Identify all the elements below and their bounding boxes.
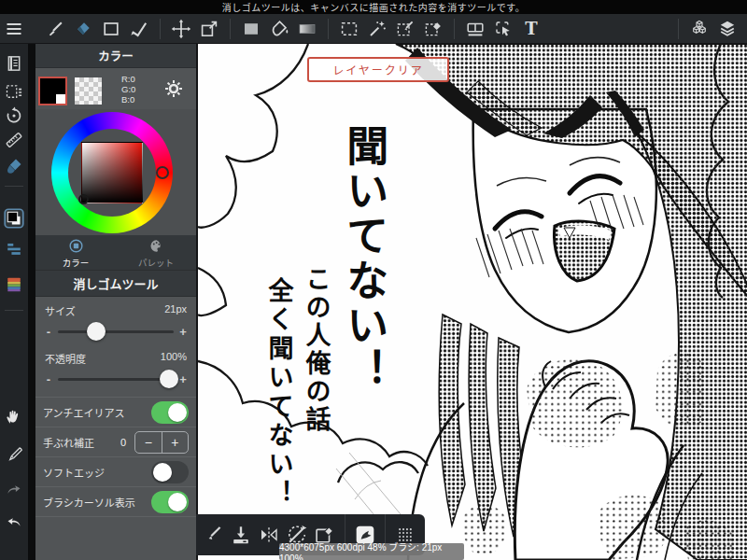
- paint-bucket-icon: [268, 18, 290, 40]
- undo-button-rail[interactable]: [2, 510, 26, 534]
- size-label: サイズ: [45, 303, 76, 318]
- color-settings-button[interactable]: [162, 77, 185, 100]
- rgb-b: B:0: [121, 94, 135, 105]
- text-tool-button[interactable]: T: [517, 16, 545, 42]
- save-button[interactable]: [227, 521, 255, 549]
- panel-divide-tool-button[interactable]: [461, 16, 489, 42]
- hint-bar: 消しゴムツールは、キャンバスに描画された内容を消すツールです。: [0, 0, 747, 14]
- toolbar-divider: [328, 19, 329, 39]
- layer-clear-button[interactable]: レイヤークリア: [307, 57, 449, 82]
- menu-button[interactable]: [0, 16, 28, 42]
- selection-layout-button[interactable]: [2, 79, 26, 104]
- opacity-slider-thumb[interactable]: [160, 370, 178, 388]
- toolbar-divider: [230, 19, 231, 39]
- material-button[interactable]: [685, 16, 713, 42]
- opacity-slider-track[interactable]: [58, 370, 174, 388]
- tab-color[interactable]: カラー: [35, 235, 116, 270]
- brush-cursor-toggle[interactable]: [151, 491, 189, 513]
- toggle-knob: [153, 463, 172, 482]
- pages-button[interactable]: [2, 51, 26, 76]
- eyedropper-pen-button[interactable]: [2, 441, 26, 466]
- size-slider[interactable]: - +: [35, 318, 196, 344]
- move-icon: [170, 18, 192, 40]
- toggle-knob: [168, 403, 187, 422]
- eraser-tool-button[interactable]: [69, 16, 97, 42]
- material-brush-button[interactable]: [2, 154, 26, 178]
- ruler-button[interactable]: [2, 128, 26, 152]
- layers-button[interactable]: [713, 16, 741, 42]
- pen-button[interactable]: [199, 521, 227, 549]
- eraser-icon: [72, 18, 94, 40]
- filled-square-icon: [240, 18, 262, 40]
- current-color-button[interactable]: [2, 206, 26, 231]
- shape-tool-button[interactable]: [97, 16, 125, 42]
- sidebar-divider: [5, 186, 23, 187]
- antialias-toggle[interactable]: [151, 401, 189, 424]
- transform-tool-button[interactable]: [195, 16, 223, 42]
- selection-pen-icon: [394, 18, 416, 40]
- hand-tool-button[interactable]: [2, 404, 26, 428]
- toolbar-divider: [678, 19, 679, 39]
- select-eraser-tool-button[interactable]: [419, 16, 447, 42]
- soft-edge-toggle[interactable]: [151, 461, 189, 483]
- brush-cursor-row: ブラシカーソル表示: [35, 486, 196, 516]
- stabilization-value: 0: [120, 437, 126, 448]
- bucket-tool-button[interactable]: [265, 16, 293, 42]
- brush-cursor-label: ブラシカーソル表示: [43, 495, 151, 510]
- size-plus-label: +: [177, 325, 189, 339]
- gradient-tool-button[interactable]: [293, 16, 321, 42]
- main-toolbar: T: [0, 14, 747, 44]
- size-slider-track[interactable]: [58, 322, 174, 341]
- soft-edge-row: ソフトエッジ: [35, 456, 196, 486]
- soft-edge-label: ソフトエッジ: [43, 465, 151, 480]
- hint-text: 消しゴムツールは、キャンバスに描画された内容を消すツールです。: [222, 0, 526, 14]
- selection-rect-icon: [338, 18, 360, 40]
- antialias-label: アンチエイリアス: [43, 405, 151, 420]
- operation-select-tool-button[interactable]: [489, 16, 517, 42]
- material-brush-icon: [4, 156, 24, 176]
- saturation-value-square[interactable]: [81, 142, 143, 203]
- antialias-row: アンチエイリアス: [35, 397, 196, 427]
- redo-button-rail[interactable]: [2, 477, 26, 501]
- polyline-tool-button[interactable]: [125, 16, 153, 42]
- brush-tool-button[interactable]: [41, 16, 69, 42]
- opacity-slider[interactable]: - +: [35, 366, 196, 392]
- canvas[interactable]: 聞いてない！ この人俺の話 全く聞いてない！ レイヤークリア: [196, 44, 747, 560]
- size-slider-thumb[interactable]: [87, 322, 106, 341]
- stabilization-minus-button[interactable]: −: [135, 432, 162, 453]
- magic-wand-icon: [366, 18, 388, 40]
- transparent-color-swatch[interactable]: [75, 77, 102, 105]
- hue-selector[interactable]: [156, 166, 169, 179]
- move-tool-button[interactable]: [167, 16, 195, 42]
- reset-rotation-button[interactable]: [2, 104, 26, 128]
- current-color-swatch[interactable]: [38, 77, 67, 105]
- hand-icon: [4, 406, 24, 427]
- rgb-readout: R:0 G:0 B:0: [121, 74, 135, 105]
- select-rect-tool-button[interactable]: [335, 16, 363, 42]
- stabilization-plus-button[interactable]: +: [162, 432, 189, 453]
- sv-selector[interactable]: [78, 194, 89, 204]
- cursor-select-icon: [492, 18, 514, 40]
- sidebar-divider: [5, 310, 23, 311]
- opacity-label: 不透明度: [45, 351, 86, 366]
- side-panel: カラー R:0 G:0 B:0 カラー: [35, 44, 196, 560]
- fill-rect-tool-button[interactable]: [237, 16, 265, 42]
- sidebar-gap: [28, 44, 35, 560]
- opacity-row: 不透明度 100%: [35, 344, 196, 366]
- left-sidebar: [0, 44, 28, 560]
- status-text: 4300*6075px 600dpi 48% ブラシ: 21px 100%: [279, 539, 464, 560]
- cubes-icon: [688, 18, 711, 40]
- tab-palette[interactable]: パレット: [116, 235, 196, 270]
- palette-colors-button[interactable]: [2, 273, 26, 297]
- color-swatch-row: R:0 G:0 B:0: [35, 68, 196, 109]
- layer-list-button[interactable]: [2, 237, 26, 261]
- select-pen-tool-button[interactable]: [391, 16, 419, 42]
- text-tool-icon: T: [525, 21, 537, 37]
- color-tab-icon: [67, 237, 85, 255]
- rgb-g: G:0: [121, 84, 135, 94]
- toolbar-divider: [160, 19, 161, 39]
- magic-wand-tool-button[interactable]: [363, 16, 391, 42]
- layers-icon: [716, 18, 739, 40]
- stabilization-stepper: − +: [134, 431, 189, 454]
- save-download-icon: [229, 523, 253, 547]
